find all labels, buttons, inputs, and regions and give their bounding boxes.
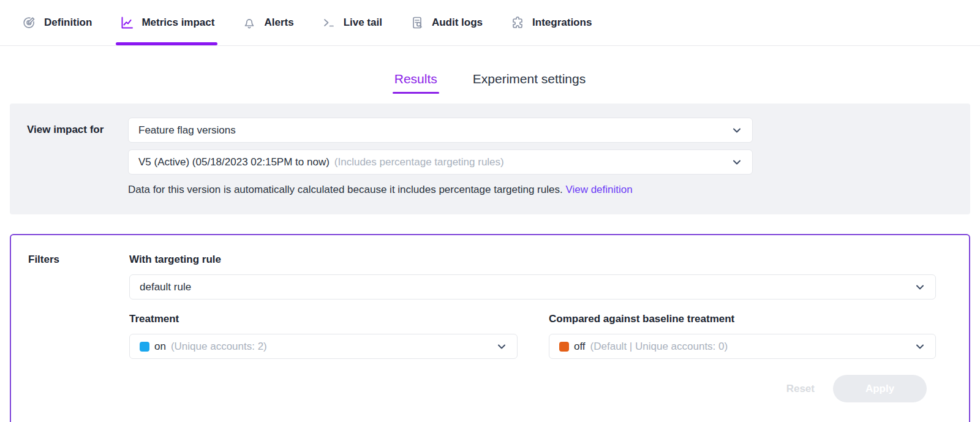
baseline-color-swatch [559,342,569,352]
reset-button[interactable]: Reset [786,383,815,395]
tab-label: Metrics impact [141,17,214,29]
chevron-down-icon [496,341,507,352]
baseline-treatment-label: Compared against baseline treatment [549,313,936,325]
chevron-down-icon [731,125,742,136]
line-chart-icon [119,15,135,31]
baseline-note: (Default | Unique accounts: 0) [590,341,910,353]
flag-version-select[interactable]: V5 (Active) (05/18/2023 02:15PM to now) … [128,149,753,175]
tab-integrations[interactable]: Integrations [510,0,592,45]
view-impact-panel: View impact for Feature flag versions V5… [10,104,970,214]
tab-label: Alerts [264,17,293,29]
puzzle-icon [510,15,526,31]
feature-flag-tab-bar: Definition Metrics impact Alerts Live ta… [0,0,980,46]
view-impact-label: View impact for [27,118,128,196]
subtab-experiment-settings[interactable]: Experiment settings [473,72,586,86]
treatment-color-swatch [140,342,149,352]
tab-label: Definition [44,17,92,29]
tab-alerts[interactable]: Alerts [241,0,293,45]
target-edit-icon [21,15,37,31]
targeting-rule-label: With targeting rule [129,254,936,266]
document-search-icon [409,15,425,31]
helper-text: Data for this version is automatically c… [128,184,563,195]
treatment-label: Treatment [129,313,518,325]
impact-type-select[interactable]: Feature flag versions [128,118,753,143]
targeting-rule-select[interactable]: default rule [129,274,936,300]
treatment-value: on [154,341,166,353]
version-helper-text: Data for this version is automatically c… [128,184,753,196]
tab-label: Integrations [532,17,592,29]
tab-definition[interactable]: Definition [21,0,92,45]
flag-version-value: V5 (Active) (05/18/2023 02:15PM to now) [138,156,330,168]
tab-label: Audit logs [432,17,483,29]
terminal-icon [321,15,337,31]
treatment-select[interactable]: on (Unique accounts: 2) [129,334,518,359]
baseline-value: off [574,341,586,353]
subtab-results[interactable]: Results [394,72,437,86]
impact-type-value: Feature flag versions [138,124,726,137]
tab-metrics-impact[interactable]: Metrics impact [119,0,214,45]
view-definition-link[interactable]: View definition [565,184,632,195]
chevron-down-icon [914,341,925,352]
baseline-treatment-select[interactable]: off (Default | Unique accounts: 0) [549,334,936,359]
tab-live-tail[interactable]: Live tail [321,0,382,45]
bell-icon [241,15,257,31]
filters-label: Filters [28,254,129,402]
targeting-rule-value: default rule [140,281,910,293]
filters-panel: Filters With targeting rule default rule… [10,234,970,422]
tab-label: Live tail [344,17,382,29]
flag-version-note: (Includes percentage targeting rules) [334,156,726,168]
chevron-down-icon [731,157,742,168]
chevron-down-icon [914,282,925,293]
tab-audit-logs[interactable]: Audit logs [409,0,483,45]
results-subtab-bar: Results Experiment settings [0,72,980,86]
apply-button[interactable]: Apply [833,375,927,402]
treatment-note: (Unique accounts: 2) [171,341,491,353]
